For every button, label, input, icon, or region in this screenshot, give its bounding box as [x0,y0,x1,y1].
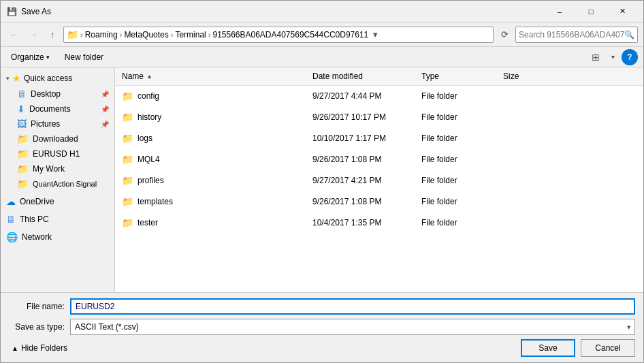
sidebar-item-quantaction[interactable]: 📁 QuantAction Signal [1,176,114,191]
table-row[interactable]: 📁 tester 10/4/2017 1:35 PM File folder [115,212,643,234]
file-name-cell: tester [138,218,158,227]
folder-row-icon: 📁 [122,133,133,144]
search-icon: 🔍 [624,30,634,40]
file-list-area: Name ▲ Date modified Type Size 📁 config … [115,67,643,292]
sort-arrow-icon: ▲ [146,73,152,80]
file-size-cell [502,199,556,204]
address-sep-3: › [208,31,211,39]
sidebar-item-quantaction-label: QuantAction Signal [33,180,97,188]
sidebar: ▾ ★ Quick access 🖥 Desktop 📌 ⬇ Documents… [1,67,115,292]
file-date-cell: 10/4/2017 1:35 PM [311,215,420,230]
column-name-header[interactable]: Name ▲ [120,69,311,84]
onedrive-section: ☁ OneDrive [1,194,114,209]
dialog-title: Save As [21,7,544,16]
address-part-terminal: Terminal [175,30,206,40]
file-name-cell: logs [138,133,152,143]
onedrive-label: OneDrive [20,197,54,206]
folder-row-icon: 📁 [122,196,133,207]
sidebar-item-onedrive[interactable]: ☁ OneDrive [1,194,114,209]
sidebar-item-documents[interactable]: ⬇ Documents 📌 [1,101,114,116]
file-type-cell: File folder [420,173,502,188]
chevron-up-icon: ▲ [12,345,18,352]
view-dropdown-button[interactable]: ▾ [605,49,621,65]
address-part-roaming: Roaming [85,30,118,40]
file-size-cell [502,114,556,120]
file-date-cell: 9/26/2017 1:08 PM [311,152,420,167]
help-button[interactable]: ? [622,49,638,65]
table-row[interactable]: 📁 templates 9/26/2017 1:08 PM File folde… [115,191,643,212]
save-button[interactable]: Save [521,339,575,357]
refresh-button[interactable]: ⟳ [496,27,513,43]
table-row[interactable]: 📁 logs 10/10/2017 1:17 PM File folder [115,128,643,149]
up-button[interactable]: ↑ [44,27,61,43]
table-row[interactable]: 📁 config 9/27/2017 4:44 PM File folder [115,86,643,107]
sidebar-item-mywork[interactable]: 📁 My Work [1,161,114,176]
thispc-icon: 🖥 [6,214,16,225]
file-rows-container: 📁 config 9/27/2017 4:44 PM File folder 📁… [115,86,643,234]
file-date-cell: 9/26/2017 1:08 PM [311,194,420,209]
bottom-bar: File name: Save as type: ASCII Text (*.c… [1,292,643,362]
hide-folders-button[interactable]: ▲ Hide Folders [9,342,70,354]
secondary-toolbar: Organize ▾ New folder ⊞ ▾ ? [1,47,643,67]
navigation-toolbar: ← → ↑ 📁 › Roaming › MetaQuotes › Termina… [1,22,643,47]
quick-access-header[interactable]: ▾ ★ Quick access [1,70,114,86]
file-name-cell: profiles [138,176,164,185]
cancel-button[interactable]: Cancel [581,339,635,357]
quantaction-folder-icon: 📁 [17,178,29,189]
organize-button[interactable]: Organize ▾ [6,50,54,64]
table-row[interactable]: 📁 history 9/26/2017 10:17 PM File folder [115,107,643,128]
sidebar-item-desktop[interactable]: 🖥 Desktop 📌 [1,86,114,101]
sidebar-item-mywork-label: My Work [33,164,65,174]
hide-folders-label: Hide Folders [21,343,67,353]
cancel-label: Cancel [595,343,620,353]
file-size-cell [502,220,556,225]
address-sep-1: › [120,31,123,39]
mywork-folder-icon: 📁 [17,163,29,174]
column-date-header[interactable]: Date modified [311,69,420,84]
sidebar-item-pictures[interactable]: 🖼 Pictures 📌 [1,116,114,131]
file-name-cell: config [138,91,159,101]
thispc-section: 🖥 This PC [1,212,114,227]
savetype-row: Save as type: ASCII Text (*.csv) [9,319,635,335]
table-row[interactable]: 📁 profiles 9/27/2017 4:21 PM File folder [115,170,643,191]
save-as-dialog: 💾 Save As – □ ✕ ← → ↑ 📁 › Roaming › Meta… [0,0,644,363]
column-size-header[interactable]: Size [502,69,556,84]
sidebar-item-eurusd[interactable]: 📁 EURUSD H1 [1,146,114,161]
pin-icon-3: 📌 [101,121,109,128]
filename-label: File name: [9,302,70,311]
sidebar-item-downloaded[interactable]: 📁 Downloaded [1,131,114,146]
file-date-cell: 9/26/2017 10:17 PM [311,110,420,125]
quick-access-section: ▾ ★ Quick access 🖥 Desktop 📌 ⬇ Documents… [1,70,114,191]
network-label: Network [22,232,52,242]
column-type-header[interactable]: Type [420,69,502,84]
file-size-cell [502,157,556,162]
folder-row-icon: 📁 [122,217,133,228]
main-content: ▾ ★ Quick access 🖥 Desktop 📌 ⬇ Documents… [1,67,643,292]
forward-button[interactable]: → [25,27,42,43]
search-input[interactable] [519,30,624,40]
pin-icon-2: 📌 [101,106,109,113]
file-type-cell: File folder [420,110,502,125]
sidebar-item-thispc[interactable]: 🖥 This PC [1,212,114,227]
network-icon: 🌐 [6,232,18,242]
maximize-button[interactable]: □ [575,1,607,22]
minimize-button[interactable]: – [544,1,575,22]
savetype-select[interactable]: ASCII Text (*.csv) [70,319,635,335]
view-controls: ⊞ ▾ ? [587,49,638,65]
file-type-cell: File folder [420,152,502,167]
file-size-cell [502,93,556,99]
new-folder-button[interactable]: New folder [60,50,108,64]
filename-input[interactable] [70,298,635,315]
folder-row-icon: 📁 [122,175,133,186]
downloaded-folder-icon: 📁 [17,133,29,144]
back-button[interactable]: ← [6,27,22,43]
view-mode-button[interactable]: ⊞ [587,49,604,65]
sidebar-item-network[interactable]: 🌐 Network [1,230,114,244]
close-button[interactable]: ✕ [607,1,638,22]
thispc-label: This PC [20,215,49,224]
address-part-metaquotes: MetaQuotes [124,30,168,40]
table-row[interactable]: 📁 MQL4 9/26/2017 1:08 PM File folder [115,149,643,170]
address-dropdown-button[interactable]: ▾ [370,27,381,42]
file-type-cell: File folder [420,215,502,230]
address-bar[interactable]: 📁 › Roaming › MetaQuotes › Terminal › 91… [63,27,494,43]
